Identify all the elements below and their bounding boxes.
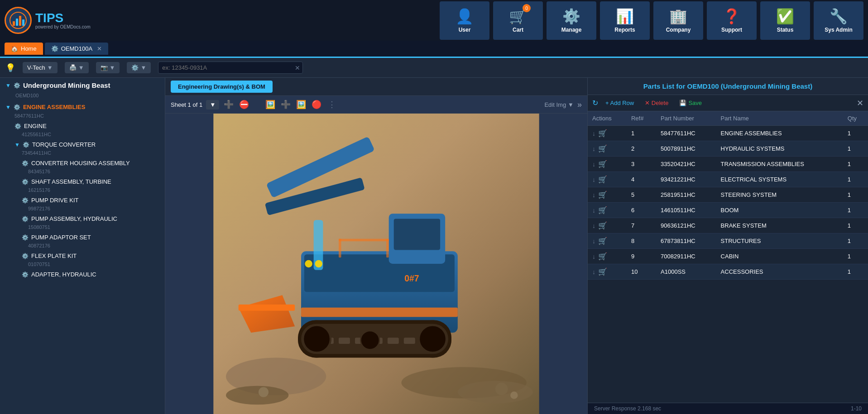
sidebar-item-engine-assemblies[interactable]: ▼ ⚙️ ENGINE ASSEMBLIES bbox=[0, 101, 165, 113]
tab-oemd100a[interactable]: ⚙️ OEMD100A ✕ bbox=[45, 43, 108, 55]
nav-user-button[interactable]: 👤 User bbox=[440, 1, 489, 40]
print-arrow-icon: ▼ bbox=[78, 64, 84, 71]
row-cart-icon[interactable]: 🛒 bbox=[598, 129, 607, 138]
sidebar-shaft-label: SHAFT ASSEMBLY, TURBINE bbox=[31, 178, 111, 185]
logo-tips-label: TIPS bbox=[35, 12, 91, 24]
nav-status-button[interactable]: ✅ Status bbox=[760, 1, 810, 40]
sidebar-root-item[interactable]: ▼ ⚙️ Underground Mining Beast bbox=[0, 78, 165, 93]
image-placeholder-button[interactable]: 🖼️ bbox=[295, 99, 307, 110]
row-move-icon[interactable]: ↓ bbox=[592, 238, 595, 245]
row-move-icon[interactable]: ↓ bbox=[592, 253, 595, 260]
nav-sysadmin-label: Sys Admin bbox=[825, 27, 853, 33]
sidebar-item-pump-assembly[interactable]: ⚙️ PUMP ASSEMBLY, HYDRAULIC bbox=[0, 213, 165, 224]
edit-img-button[interactable]: Edit Img ▼ bbox=[544, 101, 574, 108]
row-cart-icon[interactable]: 🛒 bbox=[598, 267, 607, 276]
sidebar-item-adapter-hydraulic[interactable]: ⚙️ ADAPTER, HYDRAULIC bbox=[0, 269, 165, 280]
row-qty: 1 bbox=[843, 157, 868, 172]
save-button[interactable]: 💾 Save bbox=[676, 98, 705, 108]
table-row: ↓ 🛒 2 50078911HC HYDRAULIC SYSTEMS 1 bbox=[588, 141, 868, 157]
row-cart-icon[interactable]: 🛒 bbox=[598, 190, 607, 199]
refresh-button[interactable]: ↻ bbox=[592, 99, 598, 107]
sidebar-item-shaft-assembly[interactable]: ⚙️ SHAFT ASSEMBLY, TURBINE bbox=[0, 176, 165, 187]
nav-manage-button[interactable]: ⚙️ Manage bbox=[547, 1, 596, 40]
sidebar-pump-assembly-label: PUMP ASSEMBLY, HYDRAULIC bbox=[31, 215, 117, 222]
row-part-name: TRANSMISSION ASSEMBLIES bbox=[716, 157, 843, 172]
row-move-icon[interactable]: ↓ bbox=[592, 191, 595, 199]
row-move-icon[interactable]: ↓ bbox=[592, 207, 595, 214]
sidebar-item-engine[interactable]: ⚙️ ENGINE bbox=[0, 120, 165, 132]
print-icon: 🖨️ bbox=[69, 64, 77, 71]
table-row: ↓ 🛒 1 58477611HC ENGINE ASSEMBLIES 1 bbox=[588, 126, 868, 141]
settings-button[interactable]: ⚙️ ▼ bbox=[127, 62, 151, 73]
row-part-number: 14610511HC bbox=[656, 203, 716, 218]
sidebar-item-flex-plate-kit[interactable]: ⚙️ FLEX PLATE KIT bbox=[0, 250, 165, 262]
row-actions: ↓ 🛒 bbox=[588, 249, 627, 264]
camera-button[interactable]: 📷 ▼ bbox=[96, 62, 120, 73]
nav-status-label: Status bbox=[777, 27, 794, 33]
row-move-icon[interactable]: ↓ bbox=[592, 222, 595, 229]
row-part-number: 25819511HC bbox=[656, 187, 716, 203]
nav-reports-button[interactable]: 📊 Reports bbox=[600, 1, 650, 40]
row-cart-icon[interactable]: 🛒 bbox=[598, 160, 607, 168]
drawing-tab[interactable]: Engineering Drawing(s) & BOM bbox=[171, 81, 273, 93]
sidebar-item-pump-drive-kit[interactable]: ⚙️ PUMP DRIVE KIT bbox=[0, 195, 165, 206]
sheet-add-button[interactable]: ➕ bbox=[223, 99, 235, 110]
sidebar-root-label: Underground Mining Beast bbox=[23, 81, 110, 89]
expand-button[interactable]: » bbox=[577, 100, 582, 109]
row-cart-icon[interactable]: 🛒 bbox=[598, 144, 607, 153]
sidebar-pump-adaptor-label: PUMP ADAPTOR SET bbox=[31, 234, 91, 241]
row-cart-icon[interactable]: 🛒 bbox=[598, 237, 607, 245]
nav-cart-button[interactable]: 🛒 0 Cart bbox=[493, 1, 543, 40]
tab-home[interactable]: 🏠 Home bbox=[5, 43, 43, 55]
add-row-button[interactable]: + Add Row bbox=[602, 98, 638, 108]
table-row: ↓ 🛒 6 14610511HC BOOM 1 bbox=[588, 203, 868, 218]
nav-sysadmin-button[interactable]: 🔧 Sys Admin bbox=[814, 1, 863, 40]
tab-close-button[interactable]: ✕ bbox=[97, 45, 102, 52]
sidebar-root-code: OEMD100 bbox=[0, 93, 165, 101]
lightbulb-icon: 💡 bbox=[5, 63, 15, 73]
row-cart-icon[interactable]: 🛒 bbox=[598, 221, 607, 230]
edit-img-arrow-icon: ▼ bbox=[568, 101, 574, 108]
sidebar-adapter-label: ADAPTER, HYDRAULIC bbox=[31, 271, 96, 278]
row-cart-icon[interactable]: 🛒 bbox=[598, 206, 607, 214]
row-move-icon[interactable]: ↓ bbox=[592, 268, 595, 276]
sidebar: ▼ ⚙️ Underground Mining Beast OEMD100 ▼ … bbox=[0, 78, 165, 414]
sidebar-item-converter-housing[interactable]: ⚙️ CONVERTER HOUSING ASSEMBLY bbox=[0, 157, 165, 169]
search-input[interactable] bbox=[158, 62, 303, 74]
print-button[interactable]: 🖨️ ▼ bbox=[65, 62, 89, 73]
row-part-name: STEERING SYSTEM bbox=[716, 187, 843, 203]
row-move-icon[interactable]: ↓ bbox=[592, 161, 595, 168]
row-qty: 1 bbox=[843, 203, 868, 218]
sidebar-converter-code: 84345176 bbox=[0, 169, 165, 176]
row-move-icon[interactable]: ↓ bbox=[592, 176, 595, 183]
workspace-button[interactable]: V-Tech ▼ bbox=[23, 62, 58, 73]
sidebar-item-torque-converter[interactable]: ▼ ⚙️ TORQUE CONVERTER bbox=[0, 139, 165, 150]
search-bar: ✕ bbox=[158, 62, 303, 74]
nav-support-button[interactable]: ❓ Support bbox=[707, 1, 757, 40]
row-cart-icon[interactable]: 🛒 bbox=[598, 175, 607, 184]
image-add-button[interactable]: ➕ bbox=[280, 99, 292, 110]
sheet-remove-button[interactable]: ⛔ bbox=[238, 99, 250, 110]
sidebar-item-pump-adaptor-set[interactable]: ⚙️ PUMP ADAPTOR SET bbox=[0, 232, 165, 243]
sheet-dropdown-button[interactable]: ▼ bbox=[206, 100, 219, 109]
image-remove-button[interactable]: 🔴 bbox=[311, 99, 322, 110]
row-move-icon[interactable]: ↓ bbox=[592, 145, 595, 152]
delete-button[interactable]: ✕ Delete bbox=[641, 98, 672, 108]
sidebar-engine-label: ENGINE bbox=[24, 123, 47, 129]
row-part-name: ELECTRICAL SYSTEMS bbox=[716, 172, 843, 187]
drawing-sheet-toolbar: Sheet 1 of 1 ▼ ➕ ⛔ 🖼️ ➕ 🖼️ 🔴 ⋮ Edit Img … bbox=[165, 96, 587, 114]
row-move-icon[interactable]: ↓ bbox=[592, 130, 595, 137]
search-clear-button[interactable]: ✕ bbox=[295, 64, 300, 71]
svg-rect-24 bbox=[339, 338, 350, 344]
col-actions: Actions bbox=[588, 111, 627, 126]
sidebar-flex-plate-label: FLEX PLATE KIT bbox=[31, 252, 77, 259]
image-view-button[interactable]: 🖼️ bbox=[264, 99, 276, 110]
row-part-number: 50078911HC bbox=[656, 141, 716, 157]
tab-bar: 🏠 Home ⚙️ OEMD100A ✕ bbox=[0, 41, 868, 58]
cart-icon: 🛒 0 bbox=[509, 8, 527, 25]
nav-company-button[interactable]: 🏢 Company bbox=[653, 1, 703, 40]
row-actions: ↓ 🛒 bbox=[588, 203, 627, 218]
parts-close-button[interactable]: ✕ bbox=[857, 98, 863, 108]
row-cart-icon[interactable]: 🛒 bbox=[598, 252, 607, 261]
row-actions: ↓ 🛒 bbox=[588, 233, 627, 249]
